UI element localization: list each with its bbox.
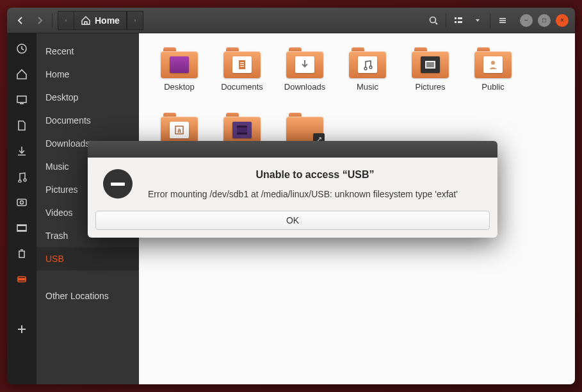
usb-icon[interactable] — [14, 272, 29, 287]
svg-rect-21 — [240, 64, 244, 65]
nav-forward-button[interactable] — [31, 12, 49, 29]
sidebar-item-recent[interactable]: Recent — [36, 40, 139, 63]
sidebar-item-label: Music — [45, 161, 69, 172]
sidebar-item-home[interactable]: Home — [36, 63, 139, 86]
svg-text:a: a — [177, 127, 181, 134]
svg-rect-3 — [455, 21, 457, 23]
svg-line-1 — [435, 22, 437, 24]
folder-label: Desktop — [164, 82, 195, 92]
pictures-icon[interactable] — [14, 195, 29, 210]
svg-rect-7 — [499, 20, 506, 21]
svg-rect-4 — [458, 17, 462, 19]
svg-rect-30 — [237, 133, 247, 135]
svg-point-13 — [20, 201, 24, 204]
sidebar-item-label: Videos — [45, 208, 73, 218]
window-maximize-button[interactable]: □ — [538, 14, 551, 27]
folder-label: Public — [481, 82, 504, 92]
window-close-button[interactable]: × — [556, 14, 569, 27]
trash-icon[interactable] — [14, 246, 29, 261]
music-icon[interactable] — [14, 169, 29, 184]
sidebar-item-desktop[interactable]: Desktop — [36, 86, 139, 109]
breadcrumb-prev-button[interactable] — [58, 11, 74, 30]
sidebar-item-label: Trash — [45, 231, 68, 241]
home-icon[interactable] — [14, 67, 29, 82]
view-dropdown-button[interactable] — [469, 12, 487, 29]
svg-rect-16 — [17, 230, 26, 231]
svg-rect-6 — [499, 18, 506, 19]
breadcrumb-label: Home — [95, 15, 120, 26]
window-minimize-button[interactable]: − — [520, 14, 533, 27]
svg-rect-29 — [237, 126, 247, 127]
nav-back-button[interactable] — [12, 12, 29, 29]
sidebar-item-label: Recent — [45, 46, 74, 56]
svg-rect-12 — [17, 199, 26, 206]
separator — [52, 13, 53, 28]
folder-desktop[interactable]: Desktop — [150, 47, 208, 110]
error-icon — [103, 169, 133, 199]
sidebar-item-documents[interactable]: Documents — [36, 109, 139, 132]
folder-label: Downloads — [284, 82, 325, 92]
videos-icon[interactable] — [14, 220, 29, 236]
sidebar-item-label: Other Locations — [45, 291, 109, 301]
folder-public[interactable]: Public — [464, 47, 522, 110]
svg-rect-22 — [240, 66, 244, 67]
sidebar-item-usb[interactable]: USB — [36, 247, 139, 270]
svg-rect-11 — [20, 103, 24, 104]
folder-icon — [223, 47, 261, 78]
desktop-icon[interactable] — [14, 92, 29, 108]
separator — [446, 13, 446, 28]
folder-downloads[interactable]: Downloads — [276, 47, 334, 110]
folder-icon — [474, 47, 512, 78]
view-toggle-button[interactable] — [449, 12, 467, 29]
svg-rect-10 — [17, 96, 26, 102]
breadcrumb: Home — [58, 11, 143, 30]
folder-icon — [412, 47, 449, 78]
home-icon — [81, 15, 91, 26]
folder-music[interactable]: Music — [339, 47, 396, 110]
menu-button[interactable] — [494, 12, 512, 29]
folder-label: Music — [357, 82, 378, 92]
folder-icon — [286, 47, 323, 78]
folder-pictures[interactable]: Pictures — [401, 47, 459, 110]
sidebar-item-label: Desktop — [45, 92, 78, 102]
folder-documents[interactable]: Documents — [213, 47, 271, 110]
sidebar-item-label: Pictures — [45, 184, 78, 195]
folder-label: Documents — [221, 82, 263, 92]
sidebar-item-label: Documents — [45, 115, 91, 126]
svg-point-0 — [430, 17, 436, 22]
documents-icon[interactable] — [14, 118, 29, 133]
separator — [490, 13, 490, 28]
downloads-icon[interactable] — [14, 143, 29, 159]
svg-rect-15 — [17, 225, 26, 226]
folder-icon: a — [161, 113, 198, 143]
search-button[interactable] — [424, 12, 442, 29]
folder-icon: ↗ — [286, 113, 323, 143]
breadcrumb-home-button[interactable]: Home — [74, 11, 127, 30]
dialog-message: Error mounting /dev/sdb1 at /media/linux… — [148, 188, 482, 200]
dialog-title: Unable to access “USB” — [148, 169, 482, 181]
svg-rect-24 — [426, 62, 434, 67]
svg-rect-20 — [240, 62, 244, 63]
folder-label: Pictures — [416, 82, 446, 92]
svg-rect-5 — [458, 21, 462, 23]
error-dialog: Unable to access “USB” Error mounting /d… — [88, 141, 497, 238]
folder-icon — [223, 113, 261, 143]
other-locations-icon[interactable] — [14, 322, 29, 337]
recent-icon[interactable] — [14, 41, 29, 56]
folder-icon — [161, 47, 198, 78]
svg-rect-18 — [18, 278, 26, 281]
places-iconbar — [7, 33, 36, 384]
ok-label: OK — [286, 215, 299, 225]
sidebar-item-other-locations[interactable]: Other Locations — [36, 284, 139, 307]
dialog-ok-button[interactable]: OK — [95, 211, 490, 230]
svg-rect-8 — [499, 22, 506, 23]
svg-point-25 — [491, 61, 495, 65]
sidebar-item-label: Downloads — [45, 138, 90, 149]
sidebar-item-label: Home — [45, 69, 69, 79]
sidebar-item-label: USB — [45, 254, 64, 264]
dialog-titlebar[interactable] — [88, 141, 497, 158]
titlebar: Home − □ × — [7, 8, 575, 33]
folder-icon — [349, 47, 386, 78]
svg-rect-2 — [455, 17, 457, 19]
breadcrumb-next-button[interactable] — [127, 11, 143, 30]
